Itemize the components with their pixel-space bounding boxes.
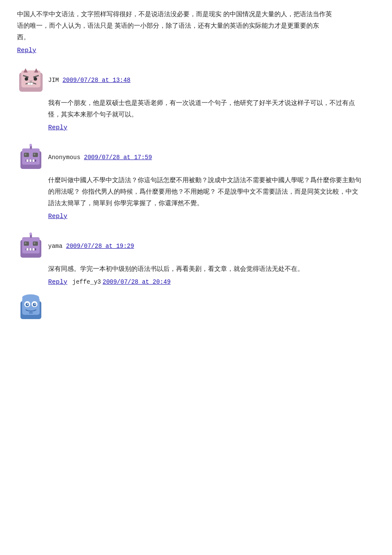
svg-rect-14 <box>25 154 26 155</box>
svg-rect-7 <box>30 83 33 85</box>
sub-reply-datetime: 2009/07/28 at 20:49 <box>103 279 171 285</box>
reply-link-1[interactable]: Reply <box>17 47 36 54</box>
comment-text-2: 我有一个朋友，他是双硕士也是英语老师，有一次说道一个句子，他研究了好半天才说这样… <box>48 97 363 120</box>
svg-point-5 <box>34 77 37 81</box>
comment-header-2: JIM 2009/07/28 at 13:48 <box>17 66 375 94</box>
comment-text-4: 深有同感。学完一本初中级别的语法书以后，再看美剧，看文章，就会觉得语法无处不在。 <box>48 263 363 275</box>
svg-point-4 <box>25 77 28 81</box>
avatar-5 <box>17 293 45 321</box>
svg-rect-29 <box>26 248 29 250</box>
svg-point-40 <box>27 304 29 305</box>
comment-body-3: 什麼叫做中國人不學中文語法？你這句話怎麼不用被動？說成中文語法不需要被中國人學呢… <box>48 174 375 228</box>
reply-link-4[interactable]: Reply <box>48 279 67 286</box>
comment-datetime-4: 2009/07/28 at 19:29 <box>66 243 134 250</box>
comment-meta-3: Anonymous 2009/07/28 at 17:59 <box>48 154 152 161</box>
sub-reply-line: Reply jeffe_y3 2009/07/28 at 20:49 <box>48 278 375 286</box>
comment-text-1: 中国人不学中文语法，文字照样写得很好，不是说语法没必要，而是现实 的中国情况是大… <box>17 9 332 43</box>
comment-body-4: 深有同感。学完一本初中级别的语法书以后，再看美剧，看文章，就会觉得语法无处不在。… <box>48 263 375 286</box>
comment-datetime-3: 2009/07/28 at 17:59 <box>84 154 152 161</box>
svg-rect-15 <box>34 154 35 155</box>
sub-reply-author: jeffe_y3 <box>72 279 101 285</box>
comment-header-4: yama 2009/07/28 at 19:29 <box>17 232 375 260</box>
reply-link-3[interactable]: Reply <box>48 213 67 220</box>
comment-block-5 <box>17 293 375 321</box>
avatar-svg-2 <box>17 66 45 94</box>
svg-point-21 <box>29 144 32 146</box>
comment-header-5 <box>17 293 375 321</box>
reply-link-2[interactable]: Reply <box>48 124 67 131</box>
svg-point-33 <box>29 232 32 235</box>
comment-header-3: Anonymous 2009/07/28 at 17:59 <box>17 143 375 171</box>
comment-block-3: Anonymous 2009/07/28 at 17:59 什麼叫做中國人不學中… <box>17 143 375 228</box>
avatar-4 <box>17 232 45 260</box>
comment-datetime-2: 2009/07/28 at 13:48 <box>63 77 131 84</box>
comment-meta-4: yama 2009/07/28 at 19:29 <box>48 243 134 250</box>
svg-rect-30 <box>29 248 32 250</box>
avatar-3 <box>17 143 45 171</box>
svg-rect-26 <box>25 242 26 244</box>
svg-rect-31 <box>32 248 35 250</box>
comment-meta-2: JIM 2009/07/28 at 13:48 <box>48 77 130 84</box>
comment-text-3: 什麼叫做中國人不學中文語法？你這句話怎麼不用被動？說成中文語法不需要被中國人學呢… <box>48 174 363 209</box>
comment-body-2: 我有一个朋友，他是双硕士也是英语老师，有一次说道一个句子，他研究了好半天才说这样… <box>48 97 375 139</box>
comment-author-4: yama <box>48 243 63 250</box>
comment-block-4: yama 2009/07/28 at 19:29 深有同感。学完一本初中级别的语… <box>17 232 375 286</box>
svg-point-43 <box>22 294 39 301</box>
avatar-2 <box>17 66 45 94</box>
svg-rect-42 <box>29 312 33 314</box>
svg-rect-6 <box>28 83 30 85</box>
comment-author-2: JIM <box>48 77 59 84</box>
svg-rect-17 <box>26 160 29 162</box>
comment-block-1: 中国人不学中文语法，文字照样写得很好，不是说语法没必要，而是现实 的中国情况是大… <box>17 9 375 62</box>
comment-block-2: JIM 2009/07/28 at 13:48 我有一个朋友，他是双硕士也是英语… <box>17 66 375 139</box>
avatar-svg-5 <box>17 293 45 321</box>
svg-rect-18 <box>29 160 32 162</box>
svg-point-41 <box>35 304 36 305</box>
comment-author-3: Anonymous <box>48 154 81 161</box>
avatar-svg-4 <box>17 232 45 260</box>
svg-rect-19 <box>32 160 35 162</box>
svg-rect-27 <box>34 242 35 244</box>
avatar-svg-3 <box>17 143 45 171</box>
